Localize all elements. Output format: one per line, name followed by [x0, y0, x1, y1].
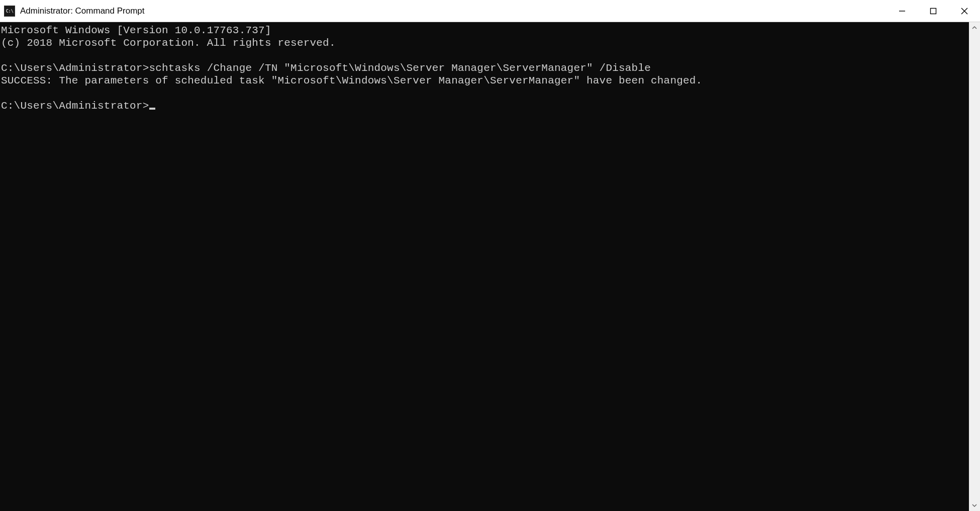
close-button[interactable] — [949, 0, 980, 22]
titlebar-left: C:\ Administrator: Command Prompt — [0, 6, 145, 17]
scrollbar[interactable] — [969, 22, 980, 511]
svg-rect-1 — [931, 8, 936, 14]
cmd-icon: C:\ — [4, 6, 15, 17]
terminal-line — [1, 49, 969, 62]
scroll-up-arrow-icon[interactable] — [969, 22, 980, 33]
scroll-down-arrow-icon[interactable] — [969, 500, 980, 511]
maximize-button[interactable] — [918, 0, 949, 22]
window-title: Administrator: Command Prompt — [20, 6, 145, 16]
terminal-line: Microsoft Windows [Version 10.0.17763.73… — [1, 24, 969, 37]
scroll-track[interactable] — [969, 33, 980, 500]
terminal-line: C:\Users\Administrator>schtasks /Change … — [1, 62, 969, 74]
minimize-icon — [899, 8, 906, 15]
terminal-output[interactable]: Microsoft Windows [Version 10.0.17763.73… — [0, 22, 969, 511]
terminal-line: (c) 2018 Microsoft Corporation. All righ… — [1, 37, 969, 49]
minimize-button[interactable] — [887, 0, 918, 22]
terminal-container: Microsoft Windows [Version 10.0.17763.73… — [0, 22, 980, 511]
terminal-prompt[interactable]: C:\Users\Administrator> — [1, 100, 969, 112]
maximize-icon — [930, 8, 937, 15]
close-icon — [961, 8, 968, 15]
prompt-text: C:\Users\Administrator> — [1, 100, 149, 112]
cursor-icon — [149, 108, 155, 110]
terminal-line: SUCCESS: The parameters of scheduled tas… — [1, 74, 969, 87]
titlebar: C:\ Administrator: Command Prompt — [0, 0, 980, 22]
terminal-line — [1, 87, 969, 100]
window-controls — [887, 0, 980, 22]
